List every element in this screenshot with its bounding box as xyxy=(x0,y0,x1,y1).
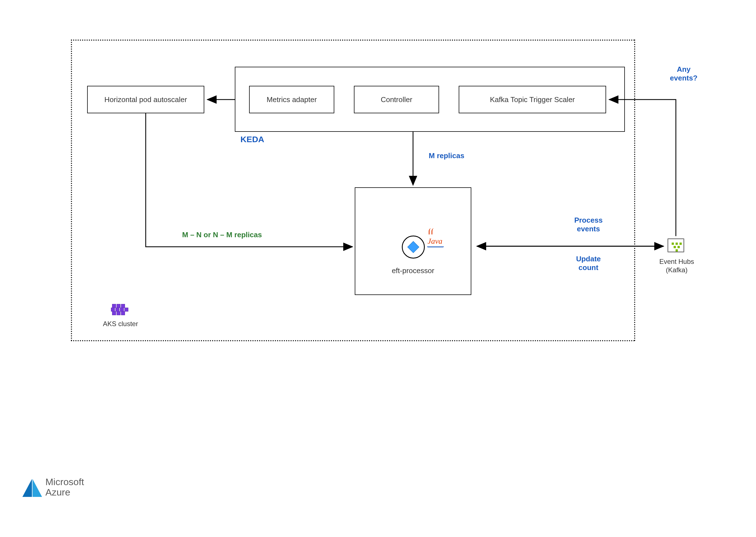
logo-line-1: Microsoft xyxy=(45,477,84,487)
logo-text: Microsoft Azure xyxy=(45,477,84,498)
kafka-trigger-box: Kafka Topic Trigger Scaler xyxy=(459,86,606,113)
aks-cluster-icon xyxy=(111,304,126,315)
cube-icon xyxy=(407,241,419,253)
logo-line-2: Azure xyxy=(45,487,84,497)
eft-processor-label: eft-processor xyxy=(355,267,471,275)
event-hubs-label-2: (Kafka) xyxy=(653,266,700,274)
event-hubs-label-1: Event Hubs xyxy=(653,258,700,266)
metrics-adapter-box: Metrics adapter xyxy=(249,86,334,113)
microsoft-azure-logo: Microsoft Azure xyxy=(22,477,84,498)
metrics-adapter-label: Metrics adapter xyxy=(250,86,334,113)
controller-label: Controller xyxy=(355,86,438,113)
azure-a-icon xyxy=(22,477,42,497)
any-events-label: Any events? xyxy=(656,65,712,82)
keda-label: KEDA xyxy=(241,135,264,144)
java-icon: Java xyxy=(427,230,452,247)
process-events-label: Process events xyxy=(560,216,617,233)
m-replicas-label: M replicas xyxy=(429,151,464,160)
diagram-canvas: KEDA Metrics adapter Controller Kafka To… xyxy=(0,0,756,537)
processor-circle-icon xyxy=(402,235,425,259)
aks-cluster-label: AKS cluster xyxy=(95,320,146,328)
kafka-trigger-label: Kafka Topic Trigger Scaler xyxy=(459,86,606,113)
hpa-replicas-label: M – N or N – M replicas xyxy=(182,230,262,239)
hpa-box: Horizontal pod autoscaler xyxy=(87,86,204,113)
update-count-label: Update count xyxy=(560,255,617,272)
controller-box: Controller xyxy=(354,86,439,113)
hpa-label: Horizontal pod autoscaler xyxy=(88,86,204,113)
event-hubs-icon xyxy=(667,238,684,252)
